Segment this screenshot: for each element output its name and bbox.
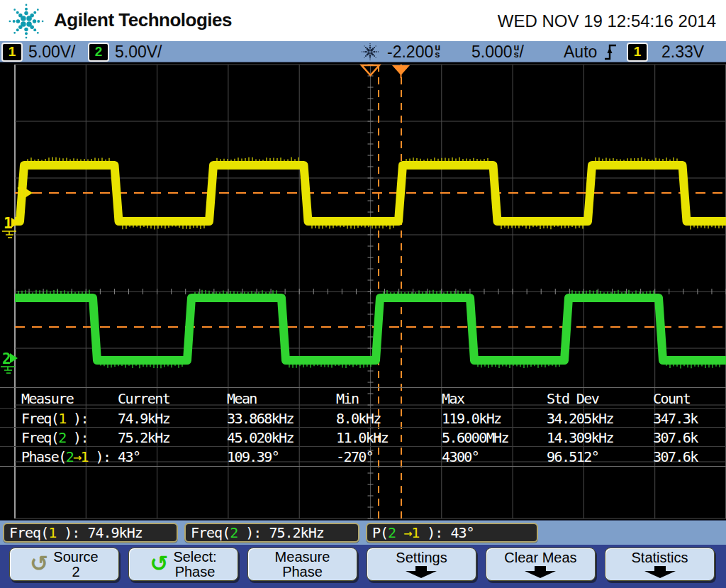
svg-text:T: T xyxy=(17,185,26,202)
channel-2-number: 2 xyxy=(95,44,103,59)
softkey-measure-label-2: Phase xyxy=(282,565,323,579)
menu-down-arrow-icon xyxy=(524,566,557,578)
softkey-select-label-1: Select: xyxy=(173,550,216,565)
scope-display: T12 MeasureCurrentMeanMinMaxStd DevCount… xyxy=(0,62,726,520)
measurement-badge-phase21: P(2 →1 ): 43° xyxy=(366,523,538,543)
softkey-source-label-2: 2 xyxy=(72,565,79,579)
rotate-knob-icon: ↺ xyxy=(150,554,168,572)
agilent-logo-icon xyxy=(4,1,48,41)
meas-row-2-label: Freq(2 ): xyxy=(21,429,88,446)
meas-row-1-value-5: 34.205kHz xyxy=(547,410,613,427)
meas-header-max: Max xyxy=(442,390,464,407)
softkey-clear-meas[interactable]: Clear Meas xyxy=(486,548,596,581)
meas-row-2-value-1: 75.2kHz xyxy=(118,429,169,446)
measurement-badge-freq2: Freq(2 ): 75.2kHz xyxy=(184,523,359,543)
marker-T: T xyxy=(17,185,33,202)
clock-readout: WED NOV 19 12:54:16 2014 xyxy=(498,11,716,31)
softkey-clear-meas-label-1: Clear Meas xyxy=(504,550,576,565)
meas-row-3-value-1: 43° xyxy=(118,448,140,465)
delay-value: -2.200 xyxy=(387,43,433,62)
meas-header-min: Min xyxy=(336,390,358,407)
meas-row-3-value-3: -270° xyxy=(336,448,373,465)
trigger-edge-icon xyxy=(603,43,618,61)
measurement-badge-bar: Freq(1 ): 74.9kHzFreq(2 ): 75.2kHzP(2 →1… xyxy=(0,520,726,545)
softkey-measure-label-1: Measure xyxy=(275,550,330,565)
softkey-statistics-label-1: Statistics xyxy=(631,550,688,565)
meas-header-mean: Mean xyxy=(227,390,257,407)
timebase-value: 5.000 xyxy=(471,43,513,62)
title-bar: Agilent Technologies WED NOV 19 12:54:16… xyxy=(0,0,726,41)
measurement-table: MeasureCurrentMeanMinMaxStd DevCountFreq… xyxy=(0,387,726,467)
meas-row-1-value-1: 74.9kHz xyxy=(118,410,169,427)
softkey-source[interactable]: ↺Source2 xyxy=(9,548,119,581)
meas-row-3-label: Phase(2→1 ): xyxy=(21,448,110,465)
menu-down-arrow-icon xyxy=(644,566,676,578)
table-row-divider xyxy=(0,427,726,428)
table-row-divider xyxy=(0,446,726,447)
channel-2-scale: 5.00V/ xyxy=(115,43,162,62)
rotate-knob-icon: ↺ xyxy=(30,554,48,572)
measurement-badge-freq1: Freq(1 ): 74.9kHz xyxy=(3,523,178,543)
meas-row-3-value-6: 307.6k xyxy=(653,448,698,465)
brand-name: Agilent Technologies xyxy=(54,9,232,31)
meas-header-measure: Measure xyxy=(21,390,73,407)
softkey-select-label-2: Phase xyxy=(175,565,216,579)
meas-header-count: Count xyxy=(653,390,690,407)
channel-1-badge: 1 xyxy=(1,43,23,62)
delay-knob-icon xyxy=(359,42,381,62)
meas-row-2-value-2: 45.020kHz xyxy=(227,429,294,446)
softkey-select[interactable]: ↺Select:Phase xyxy=(128,548,238,581)
table-row-divider xyxy=(0,408,726,409)
status-bar: 1 5.00V/ 2 5.00V/ -2.200us 5.000us/ Auto… xyxy=(0,41,726,62)
softkey-menu: ↺Source2↺Select:PhaseMeasurePhaseSetting… xyxy=(0,545,726,588)
meas-row-1-value-4: 119.0kHz xyxy=(442,410,501,427)
meas-header-std-dev: Std Dev xyxy=(547,390,598,407)
menu-down-arrow-icon xyxy=(405,566,437,578)
meas-row-3-value-5: 96.512° xyxy=(547,448,598,465)
meas-row-1-value-3: 8.0kHz xyxy=(336,410,381,427)
svg-text:2: 2 xyxy=(2,350,11,367)
trigger-level: 2.33V xyxy=(661,43,704,62)
softkey-settings[interactable]: Settings xyxy=(367,548,476,581)
softkey-measure[interactable]: MeasurePhase xyxy=(247,548,357,581)
timebase-readout: 5.000us/ xyxy=(471,43,524,62)
meas-row-1-value-6: 347.3k xyxy=(653,410,698,427)
softkey-source-label-1: Source xyxy=(53,550,98,565)
meas-row-3-value-4: 4300° xyxy=(442,448,479,465)
meas-row-2-value-5: 14.309kHz xyxy=(547,429,613,446)
softkey-settings-label-1: Settings xyxy=(396,550,447,565)
delay-readout: -2.200us xyxy=(387,43,440,62)
svg-text:1: 1 xyxy=(4,215,13,232)
trigger-position-marker xyxy=(392,65,410,75)
meas-row-1-value-2: 33.868kHz xyxy=(227,410,294,427)
channel-1-scale: 5.00V/ xyxy=(28,43,76,62)
trigger-source-number: 1 xyxy=(634,44,642,59)
channel-1-number: 1 xyxy=(9,44,16,59)
meas-header-current: Current xyxy=(118,390,169,407)
meas-row-3-value-2: 109.39° xyxy=(227,448,279,465)
channel-2-badge: 2 xyxy=(88,43,109,62)
meas-row-2-value-6: 307.6k xyxy=(653,429,698,446)
meas-row-2-value-4: 5.6000MHz xyxy=(442,429,508,446)
meas-row-1-label: Freq(1 ): xyxy=(21,410,88,427)
trigger-mode: Auto xyxy=(564,43,597,62)
trigger-source-badge: 1 xyxy=(627,43,648,62)
meas-row-2-value-3: 11.0kHz xyxy=(336,429,388,446)
softkey-statistics[interactable]: Statistics xyxy=(605,548,715,581)
